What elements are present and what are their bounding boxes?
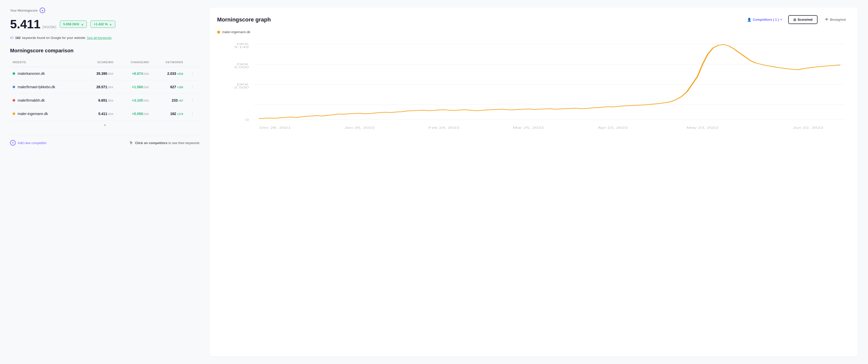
change-cell: +3.105DKK [116,94,152,107]
graph-panel: Morningscore graph 👤 Competitors ( 1 ) ▾… [210,7,858,357]
legend-site-label: maler-ingemann.dk [222,30,250,34]
change-cell: +5.058DKK [116,107,152,120]
score-row: 5.411 DKK/MO 5.058 DKK ▲ +1.432 % ▲ [10,17,199,31]
more-options-button[interactable]: ⋮ [186,80,199,94]
score-cell: 6.651DKK [82,94,116,107]
score-badge-dkk: 5.058 DKK ▲ [60,21,87,28]
svg-text:5.000: 5.000 [234,66,249,69]
col-keywords[interactable]: KEYWORDS [152,59,186,67]
competitors-label: Competitors ( 1 ) [753,18,779,22]
site-name: malerfirmaet-lykkebo.dk [18,85,55,89]
score-number: 5.411 [10,18,40,31]
svg-text:May 23, 2022: May 23, 2022 [687,127,719,129]
svg-text:DKK: DKK [237,43,249,46]
keywords-cell: 627+150 [152,80,186,94]
click-hint-bold: Click on competitors [135,141,168,145]
legend-dot [217,31,220,34]
click-hint-suffix: to see their keywords [168,141,199,145]
table-row[interactable]: maler-ingemann.dk 5.411DKK +5.058DKK 182… [10,107,199,120]
table-row[interactable]: malerfirmakbh.dk 6.651DKK +3.105DKK 233+… [10,94,199,107]
mouse-icon: 🖱 [129,141,133,145]
legend-row: maler-ingemann.dk [217,30,850,34]
badge1-arrow: ▲ [81,23,84,26]
score-icon: ◎ [793,18,796,22]
main-score-value: 5.411 DKK/MO [10,17,56,31]
svg-text:Feb 24, 2022: Feb 24, 2022 [429,127,460,129]
graph-title: Morningscore graph [217,17,271,23]
more-options-button[interactable]: ⋮ [186,67,199,80]
score-cell: 5.411DKK [82,107,116,120]
change-cell: +1.568DKK [116,80,152,94]
site-dot [12,112,15,115]
keywords-cell: 182+174 [152,107,186,120]
site-dot [12,86,15,88]
site-name: malerfirmakbh.dk [18,98,45,102]
site-dot [12,99,15,102]
see-all-keywords-link[interactable]: See all keywords [87,36,112,40]
website-cell: malerfirmaet-lykkebo.dk [12,85,80,89]
comparison-title: Morningscore comparison [10,48,199,54]
change-cell: +8.874DKK [116,67,152,80]
svg-text:Jan 26, 2022: Jan 26, 2022 [344,127,375,129]
keywords-cell: 2.033+510 [152,67,186,80]
svg-text:0: 0 [246,118,249,121]
tag-icon: 🏷 [10,36,13,40]
score-cell: 35.395DKK [82,67,116,80]
site-dot [12,72,15,75]
add-icon: + [10,140,16,146]
chart-container: DKK 9.149 DKK 5.000 DKK 2.500 0 Dec 28, … [217,39,850,135]
chart-svg: DKK 9.149 DKK 5.000 DKK 2.500 0 Dec 28, … [217,39,850,135]
add-competitor-label: Add new competitor [18,141,47,145]
add-competitor-button[interactable]: + Add new competitor [10,140,47,146]
keywords-text: keywords found on Google for your websit… [22,36,85,40]
keywords-count: 182 [15,36,21,40]
keywords-cell: 233+67 [152,94,186,107]
svg-text:DKK: DKK [237,63,249,66]
click-hint: 🖱 Click on competitors to see their keyw… [129,141,199,145]
col-change[interactable]: CHANGE/MO [116,59,152,67]
your-morningscore-label: Your Morningscore [10,7,199,13]
more-options-button[interactable]: ⋮ [186,94,199,107]
tab-score-md[interactable]: ◎ Score/md [788,15,817,24]
svg-text:9.149: 9.149 [234,46,249,49]
keywords-row: 🏷 182 keywords found on Google for your … [10,36,199,40]
badge2-value: +1.432 % [94,22,107,26]
competitors-dropdown[interactable]: 👤 Competitors ( 1 ) ▾ [744,16,785,24]
expand-chevron[interactable]: ▾ [10,120,199,130]
website-cell: malerfirmakbh.dk [12,98,80,102]
badge2-arrow: ▲ [109,23,112,26]
svg-text:DKK: DKK [237,83,249,86]
tab-besog-label: Besøg/md [830,18,846,22]
badge1-value: 5.058 DKK [63,22,79,26]
svg-text:Mar 25, 2022: Mar 25, 2022 [513,127,544,129]
tab-besog-md[interactable]: 👁 Besøg/md [820,16,850,24]
user-icon: 👤 [747,18,751,22]
col-website: WEBSITE [10,59,82,67]
graph-controls: 👤 Competitors ( 1 ) ▾ ◎ Score/md 👁 Besøg… [744,15,850,24]
col-score[interactable]: SCORE/MO [82,59,116,67]
svg-text:Jun 22, 2022: Jun 22, 2022 [793,127,823,129]
score-badge-percent: +1.432 % ▲ [90,21,115,28]
tab-score-label: Score/md [798,18,812,22]
table-row[interactable]: malerkanonen.dk 35.395DKK +8.874DKK 2.03… [10,67,199,80]
comparison-table: WEBSITE SCORE/MO CHANGE/MO KEYWORDS male… [10,59,199,120]
score-unit: DKK/MO [42,25,56,29]
website-cell: maler-ingemann.dk [12,112,80,116]
bottom-bar: + Add new competitor 🖱 Click on competit… [10,136,199,146]
table-row[interactable]: malerfirmaet-lykkebo.dk 28.571DKK +1.568… [10,80,199,94]
svg-text:Apr 23, 2022: Apr 23, 2022 [598,127,628,129]
morningscore-title: Your Morningscore [10,8,38,12]
svg-text:2.500: 2.500 [234,86,249,89]
site-name: maler-ingemann.dk [18,112,48,116]
website-cell: malerkanonen.dk [12,72,80,76]
play-button[interactable] [40,7,45,13]
chevron-down-icon: ▾ [780,18,782,21]
click-hint-text: Click on competitors to see their keywor… [135,141,199,145]
more-options-button[interactable]: ⋮ [186,107,199,120]
eye-icon: 👁 [825,18,828,22]
site-name: malerkanonen.dk [18,72,45,76]
score-cell: 28.571DKK [82,80,116,94]
svg-text:Dec 28, 2021: Dec 28, 2021 [259,127,291,129]
graph-header: Morningscore graph 👤 Competitors ( 1 ) ▾… [217,15,850,24]
